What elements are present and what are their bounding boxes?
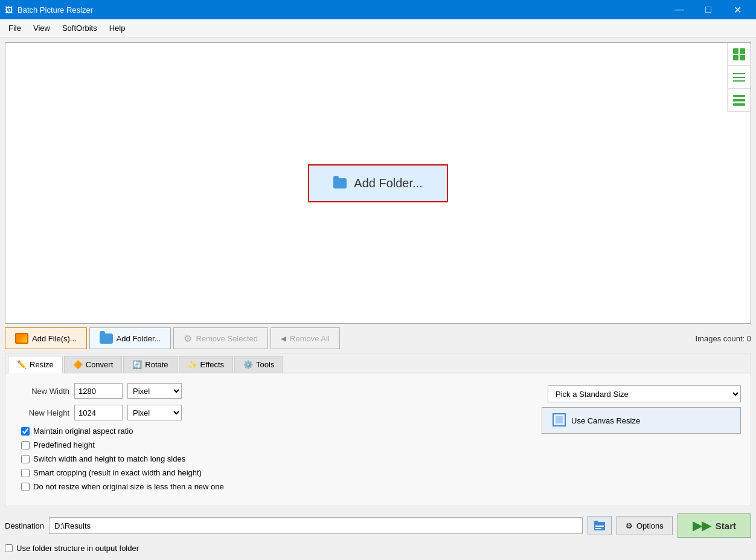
settings-left: New Width Pixel Percent Inch cm New Heig… [15,383,530,496]
svg-rect-0 [733,48,738,54]
new-height-label: New Height [15,408,69,417]
canvas-resize-button[interactable]: Use Canvas Resize [542,407,741,434]
use-folder-structure-label: Use folder structure in output folder [16,544,139,553]
svg-rect-5 [733,77,745,78]
resize-tab-icon: ✏️ [17,360,27,369]
destination-label: Destination [5,521,44,530]
add-folder-label: Add Folder... [117,334,161,343]
tab-effects[interactable]: ✨ Effects [179,356,234,373]
settings-panel: New Width Pixel Percent Inch cm New Heig… [5,373,751,506]
app-icon: 🖼 [5,5,13,14]
convert-tab-icon: 🔶 [73,360,83,369]
tab-resize[interactable]: ✏️ Resize [8,356,63,373]
view-thumbnails-button[interactable] [728,43,751,66]
image-icon [15,333,28,344]
options-label: Options [636,521,664,530]
switch-width-height-row: Switch width and height to match long si… [15,454,530,463]
remove-selected-button[interactable]: ⚙ Remove Selected [173,327,268,349]
canvas-resize-label: Use Canvas Resize [571,416,640,425]
maintain-aspect-row: Maintain original aspect ratio [15,426,530,436]
browse-button[interactable] [588,516,612,535]
tools-tab-icon: ⚙️ [243,360,253,369]
no-resize-checkbox[interactable] [21,483,30,491]
canvas-resize-icon [552,413,566,429]
maintain-aspect-label: Maintain original aspect ratio [33,426,133,436]
new-height-row: New Height Pixel Percent Inch cm [15,405,530,420]
bottom-row-2: Use folder structure in output folder [5,541,751,555]
svg-rect-8 [733,99,745,101]
settings-right: Pick a Standard Size Use Canvas Resize [542,383,741,496]
folder-icon-big [333,178,347,188]
tab-rotate[interactable]: 🔄 Rotate [123,356,177,373]
predefined-height-checkbox[interactable] [21,441,30,449]
smart-cropping-label: Smart cropping (result in exact width an… [33,468,202,477]
details-icon [732,94,746,107]
tabs: ✏️ Resize 🔶 Convert 🔄 Rotate ✨ Effects ⚙… [5,353,751,373]
svg-rect-3 [740,55,745,60]
new-height-unit-select[interactable]: Pixel Percent Inch cm [127,405,182,420]
svg-rect-7 [733,95,745,97]
view-details-button[interactable] [728,89,751,112]
start-label: Start [716,521,736,531]
list-icon [732,71,746,84]
new-width-label: New Width [15,387,69,396]
switch-width-height-checkbox[interactable] [21,455,30,463]
title-bar: 🖼 Batch Picture Resizer — □ ✕ [0,0,756,19]
svg-rect-4 [733,73,745,74]
remove-all-label: Remove All [290,334,330,343]
view-buttons [727,43,751,112]
svg-rect-9 [733,103,745,106]
effects-tab-icon: ✨ [188,360,197,369]
start-button[interactable]: ▶▶ Start [678,513,751,538]
bottom-bar: Destination ⚙ Options ▶▶ Start [5,510,751,538]
main-container: Add Folder... [0,37,756,560]
menu-view[interactable]: View [27,21,56,35]
smart-cropping-checkbox[interactable] [21,469,30,477]
tab-convert[interactable]: 🔶 Convert [64,356,123,373]
add-folder-button[interactable]: Add Folder... [89,327,171,349]
new-width-row: New Width Pixel Percent Inch cm [15,383,530,399]
svg-rect-1 [740,48,745,54]
no-resize-label: Do not resize when original size is less… [33,482,224,491]
new-width-input[interactable] [74,383,123,399]
add-folder-big-label: Add Folder... [354,176,422,190]
app-title: Batch Picture Resizer [18,5,93,14]
svg-rect-11 [556,416,563,423]
minimize-button[interactable]: — [665,0,693,19]
menu-file[interactable]: File [2,21,27,35]
options-button[interactable]: ⚙ Options [617,516,673,535]
view-list-button[interactable] [728,66,751,89]
menu-softorbits[interactable]: SoftOrbits [56,21,103,35]
title-bar-left: 🖼 Batch Picture Resizer [5,5,93,14]
svg-rect-14 [595,526,604,527]
tab-tools[interactable]: ⚙️ Tools [234,356,283,373]
maintain-aspect-checkbox[interactable] [21,427,30,436]
remove-all-button[interactable]: ◂ Remove All [271,327,340,349]
resize-tab-label: Resize [30,360,54,369]
rotate-tab-icon: 🔄 [132,360,142,369]
thumbnails-icon [732,48,746,61]
browse-icon [593,519,606,532]
settings-two-col: New Width Pixel Percent Inch cm New Heig… [15,383,741,496]
use-folder-structure-checkbox[interactable] [5,544,13,552]
add-files-button[interactable]: Add File(s)... [5,327,87,349]
convert-tab-label: Convert [86,360,114,369]
smart-cropping-row: Smart cropping (result in exact width an… [15,468,530,477]
svg-rect-15 [595,528,601,529]
standard-size-select[interactable]: Pick a Standard Size [548,385,741,402]
new-height-input[interactable] [74,405,123,420]
svg-rect-13 [594,521,598,523]
remove-selected-icon: ⚙ [184,333,192,344]
close-button[interactable]: ✕ [723,0,751,19]
toolbar: Add File(s)... Add Folder... ⚙ Remove Se… [5,327,751,349]
maximize-button[interactable]: □ [694,0,722,19]
new-width-unit-select[interactable]: Pixel Percent Inch cm [127,383,182,399]
add-folder-big-button[interactable]: Add Folder... [308,164,447,202]
settings-area: ✏️ Resize 🔶 Convert 🔄 Rotate ✨ Effects ⚙… [5,353,751,506]
menu-help[interactable]: Help [103,21,132,35]
start-arrow-icon: ▶▶ [693,518,711,533]
predefined-height-row: Predefined height [15,440,530,449]
back-arrow-icon: ◂ [281,332,286,345]
menu-bar: File View SoftOrbits Help [0,19,756,37]
destination-input[interactable] [49,517,583,534]
